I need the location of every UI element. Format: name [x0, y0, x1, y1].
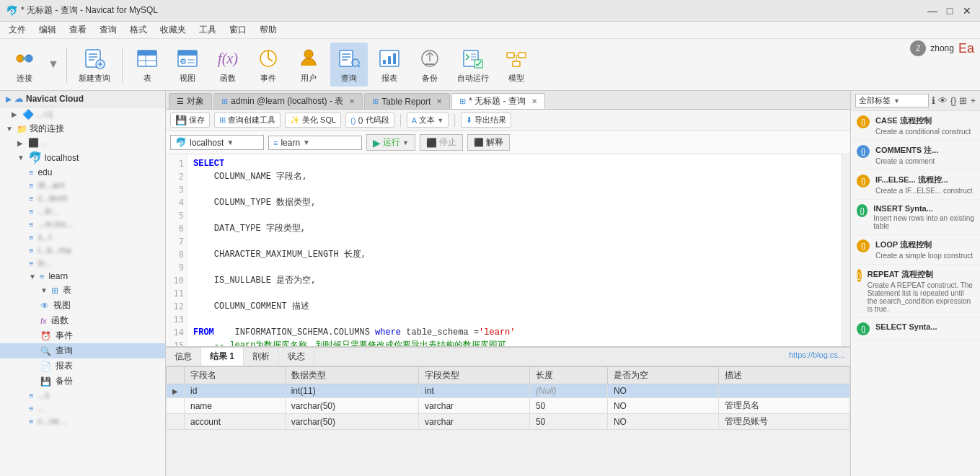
editor-scrollbar[interactable] — [842, 154, 850, 346]
sidebar-item-server-plus1[interactable]: ▶ 🔷 ...+1 — [0, 107, 165, 121]
toolbar-connect[interactable]: 连接 — [6, 43, 43, 87]
sidebar-item-blurred-db[interactable]: ▶ ⬛ ... — [0, 136, 165, 149]
cell-no3[interactable]: NO — [607, 414, 718, 430]
result-tab-info[interactable]: 信息 — [166, 348, 201, 366]
cloud-expand-arrow[interactable]: ▶ — [6, 95, 12, 103]
sidebar-item-views[interactable]: 👁 视图 — [0, 298, 165, 313]
cell-varchar2[interactable]: varchar — [419, 414, 530, 430]
close-button[interactable]: ✕ — [960, 4, 974, 18]
maximize-button[interactable]: □ — [943, 4, 957, 18]
table-row[interactable]: ▶ id int(11) int (Null) NO — [167, 384, 850, 398]
menu-format[interactable]: 格式 — [124, 22, 153, 38]
cell-admin-name[interactable]: 管理员名 — [718, 398, 849, 414]
filter-dropdown-arrow[interactable]: ▼ — [893, 97, 900, 105]
menu-view[interactable]: 查看 — [63, 22, 92, 38]
cell-desc1[interactable] — [718, 384, 849, 398]
cell-varchar50-2[interactable]: varchar(50) — [285, 414, 418, 430]
grid-icon[interactable]: ⊞ — [959, 95, 967, 106]
toolbar-report[interactable]: 报表 — [371, 43, 408, 87]
snippet-ifelse[interactable]: {} IF...ELSE... 流程控... Create a IF...ELS… — [851, 170, 980, 200]
sidebar-item-dtarn[interactable]: ≡ dt...arn — [0, 179, 165, 192]
cell-varchar50[interactable]: varchar(50) — [285, 398, 418, 414]
tab-table-report[interactable]: ⊞ Table Report ✕ — [364, 93, 450, 109]
sidebar-item-lir[interactable]: ≡ ...lir... — [0, 205, 165, 218]
cell-no2[interactable]: NO — [607, 398, 718, 414]
add-snippet-icon[interactable]: + — [970, 95, 976, 106]
minimize-button[interactable]: — — [925, 4, 940, 18]
cell-admin-account[interactable]: 管理员账号 — [718, 414, 849, 430]
text-dropdown-arrow[interactable]: ▼ — [437, 117, 443, 124]
sidebar-item-functions[interactable]: fx 函数 — [0, 313, 165, 328]
connection-selector[interactable]: 🐬 localhost ▼ — [170, 135, 264, 150]
menu-edit[interactable]: 编辑 — [33, 22, 62, 38]
run-dropdown-arrow[interactable]: ▼ — [402, 139, 409, 146]
sidebar-item-backups[interactable]: 💾 备份 — [0, 374, 165, 389]
menu-tools[interactable]: 工具 — [193, 22, 222, 38]
snippet-comments[interactable]: {} COMMENTS 注... Create a comment — [851, 141, 980, 170]
result-tab-status[interactable]: 状态 — [279, 348, 314, 366]
sidebar-item-queries[interactable]: 🔍 查询 — [0, 343, 165, 358]
tab-report-close-icon[interactable]: ✕ — [436, 97, 442, 105]
explain-button[interactable]: ⬛ 解释 — [467, 134, 510, 151]
sidebar-item-learn[interactable]: ▼ ≡ learn — [0, 270, 165, 283]
cell-name[interactable]: name — [185, 398, 286, 414]
col-datatype[interactable]: 数据类型 — [285, 367, 418, 384]
sidebar-item-events[interactable]: ⏰ 事件 — [0, 328, 165, 343]
cell-account[interactable]: account — [185, 414, 286, 430]
sidebar-item-clevm[interactable]: ≡ c...levm — [0, 192, 165, 205]
sidebar-item-localhost[interactable]: ▼ 🐬 localhost — [0, 149, 165, 166]
snippet-insert[interactable]: {} INSERT Synta... Insert new rows into … — [851, 200, 980, 235]
tab-close-icon[interactable]: ✕ — [349, 97, 355, 105]
toolbar-table[interactable]: 表 — [128, 43, 166, 87]
sidebar-item-cne[interactable]: ≡ c...ne... — [0, 415, 165, 428]
cell-int[interactable]: int — [419, 384, 530, 398]
toolbar-query[interactable]: 查询 — [330, 43, 368, 87]
sidebar-item-reports[interactable]: 📄 报表 — [0, 358, 165, 374]
menu-query[interactable]: 查询 — [94, 22, 123, 38]
toolbar-view[interactable]: 视图 — [169, 43, 206, 87]
col-nullable[interactable]: 是否为空 — [607, 367, 718, 384]
result-tab-profile[interactable]: 剖析 — [244, 348, 279, 366]
tab-query-close-icon[interactable]: ✕ — [531, 97, 537, 105]
export-button[interactable]: ⬇ 导出结果 — [461, 113, 511, 128]
save-button[interactable]: 💾 保存 — [170, 113, 210, 128]
snippet-select[interactable]: {} SELECT Synta... — [851, 318, 980, 340]
sidebar-item-ibma[interactable]: ≡ i...b...ma — [0, 244, 165, 257]
connect-dropdown-icon[interactable]: ▼ — [46, 58, 61, 72]
cell-50-2[interactable]: 50 — [529, 414, 607, 430]
text-button[interactable]: A 文本 ▼ — [407, 113, 449, 128]
menu-favorites[interactable]: 收藏夹 — [154, 22, 192, 38]
col-fieldtype[interactable]: 字段类型 — [419, 367, 530, 384]
snippet-loop[interactable]: {} LOOP 流程控制 Create a simple loop constr… — [851, 235, 980, 265]
info-icon[interactable]: ℹ — [932, 95, 935, 106]
col-fieldname[interactable]: 字段名 — [185, 367, 286, 384]
sidebar-item-blurred2[interactable]: ≡ ... — [0, 402, 165, 415]
tab-admin-learn[interactable]: ⊞ admin @learn (localhost) - 表 ✕ — [213, 93, 363, 109]
menu-help[interactable]: 帮助 — [254, 22, 283, 38]
run-button[interactable]: ▶ 运行 ▼ — [366, 134, 415, 151]
toolbar-backup[interactable]: 备份 — [411, 43, 449, 87]
query-builder-button[interactable]: ⊞ 查询创建工具 — [214, 113, 281, 128]
tab-query[interactable]: ⊞ * 无标题 - 查询 ✕ — [451, 93, 545, 109]
sidebar-item-tables[interactable]: ▼ ⊞ 表 — [0, 283, 165, 298]
sidebar-item-in[interactable]: ≡ in... — [0, 257, 165, 270]
titlebar-controls[interactable]: — □ ✕ — [925, 4, 974, 18]
cell-null[interactable]: (Null) — [529, 384, 607, 398]
beautify-button[interactable]: ✨ 美化 SQL — [285, 113, 341, 128]
code-snippet-button[interactable]: () () 代码段 — [345, 113, 394, 128]
cell-50[interactable]: 50 — [529, 398, 607, 414]
toolbar-event[interactable]: 事件 — [250, 43, 287, 87]
cell-no1[interactable]: NO — [607, 384, 718, 398]
sidebar-item-edu[interactable]: ≡ edu — [0, 166, 165, 179]
tab-object[interactable]: ☰ 对象 — [169, 93, 212, 109]
cell-varchar[interactable]: varchar — [419, 398, 530, 414]
editor-content[interactable]: SELECT COLUMN_NAME 字段名, COLUMN_TYPE 数据类型… — [187, 154, 842, 346]
cell-id[interactable]: id — [185, 384, 286, 398]
toolbar-model[interactable]: 模型 — [498, 43, 535, 87]
toolbar-user[interactable]: 用户 — [290, 43, 327, 87]
sidebar-item-inx[interactable]: ≡ ...m.inx... — [0, 218, 165, 231]
table-row[interactable]: account varchar(50) varchar 50 NO 管理员账号 — [167, 414, 850, 430]
toolbar-new-query[interactable]: 新建查询 — [73, 43, 116, 87]
snippet-case[interactable]: {} CASE 流程控制 Create a conditional constr… — [851, 111, 980, 141]
sidebar-item-my-connections[interactable]: ▼ 📁 我的连接 — [0, 121, 165, 136]
